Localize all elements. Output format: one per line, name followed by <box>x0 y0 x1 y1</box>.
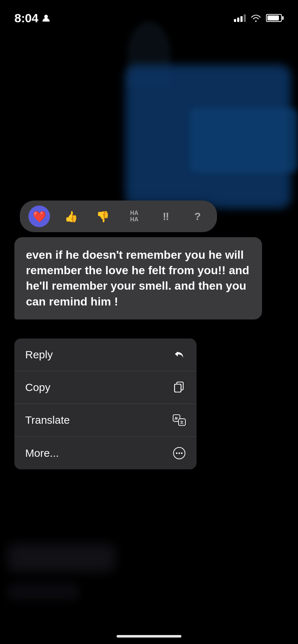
copy-label: Copy <box>25 381 50 394</box>
battery-icon <box>266 14 284 22</box>
signal-icon <box>234 14 246 22</box>
status-bar: 8:04 <box>0 0 298 29</box>
dark-overlay <box>0 0 298 644</box>
svg-point-0 <box>44 15 48 18</box>
copy-menu-item[interactable]: Copy <box>14 371 197 404</box>
thumbsdown-emoji: 👎 <box>96 210 109 223</box>
reaction-question-button[interactable]: ? <box>187 206 208 227</box>
reaction-thumbsup-button[interactable]: 👍 <box>60 206 82 227</box>
message-text: even if he doesn't remember you he will … <box>26 247 250 309</box>
reaction-haha-button[interactable]: HAHA <box>123 206 145 227</box>
status-icons <box>234 14 284 22</box>
more-menu-item[interactable]: More... <box>14 437 197 469</box>
svg-point-10 <box>179 452 180 454</box>
svg-point-9 <box>176 452 177 454</box>
translate-icon: A 文 <box>173 414 186 427</box>
exclaim-label: ‼ <box>163 210 169 222</box>
translate-label: Translate <box>25 414 70 426</box>
home-indicator <box>117 635 181 638</box>
copy-icon <box>173 381 186 394</box>
heart-emoji: ❤️ <box>33 210 46 223</box>
reply-label: Reply <box>25 349 53 361</box>
svg-rect-2 <box>175 384 181 392</box>
reply-menu-item[interactable]: Reply <box>14 339 197 371</box>
reaction-exclaim-button[interactable]: ‼ <box>155 206 177 227</box>
status-time: 8:04 <box>14 11 51 25</box>
reaction-heart-button[interactable]: ❤️ <box>28 206 50 227</box>
svg-text:文: 文 <box>180 420 184 424</box>
time-display: 8:04 <box>14 11 38 25</box>
haha-label: HAHA <box>130 210 138 222</box>
thumbsup-emoji: 👍 <box>64 210 78 223</box>
person-icon <box>41 13 51 23</box>
question-label: ? <box>194 210 201 222</box>
more-label: More... <box>25 447 59 459</box>
reply-icon <box>173 348 186 361</box>
wifi-icon <box>251 14 261 22</box>
svg-point-11 <box>181 452 182 454</box>
reaction-thumbsdown-button[interactable]: 👎 <box>92 206 113 227</box>
reaction-bar: ❤️ 👍 👎 HAHA ‼ ? <box>20 201 217 232</box>
context-menu: Reply Copy Translate A 文 <box>14 339 197 469</box>
translate-menu-item[interactable]: Translate A 文 <box>14 404 197 437</box>
more-icon <box>173 447 186 460</box>
message-bubble: even if he doesn't remember you he will … <box>14 237 262 319</box>
